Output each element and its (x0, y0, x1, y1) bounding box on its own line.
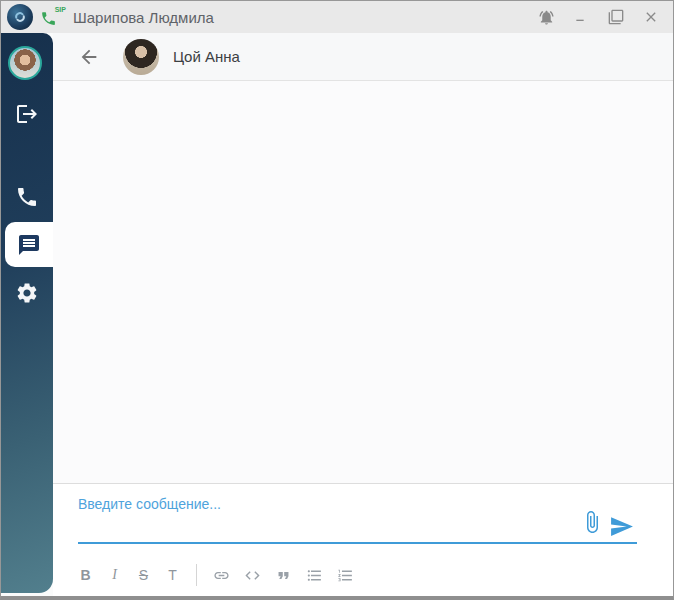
sip-label: SIP (55, 6, 66, 13)
contact-name: Цой Анна (173, 48, 240, 65)
quote-icon[interactable] (275, 565, 292, 585)
content-area: Цой Анна Введите сообщение... B I S T (1, 33, 673, 596)
app-logo-icon (7, 4, 33, 30)
chat-panel: Цой Анна Введите сообщение... B I S T (53, 33, 673, 596)
composer: Введите сообщение... B I S T (53, 483, 673, 596)
phone-icon[interactable] (15, 185, 39, 209)
sidebar-item-chats[interactable] (5, 222, 53, 267)
message-list[interactable] (53, 81, 673, 483)
strikethrough-button[interactable]: S (136, 565, 151, 585)
bold-button[interactable]: B (78, 565, 93, 585)
code-icon[interactable] (244, 565, 261, 585)
message-input[interactable]: Введите сообщение... (78, 496, 221, 512)
sidebar (1, 33, 53, 593)
window-title: Шарипова Людмила (73, 9, 214, 26)
user-avatar[interactable] (8, 46, 42, 80)
close-button[interactable] (637, 4, 665, 30)
numbered-list-icon[interactable] (337, 565, 354, 585)
gear-icon[interactable] (15, 281, 39, 305)
app-window: SIP Шарипова Людмила (0, 0, 674, 600)
maximize-button[interactable] (602, 4, 630, 30)
bell-icon[interactable] (532, 4, 560, 30)
titlebar: SIP Шарипова Людмила (1, 1, 673, 33)
text-format-button[interactable]: T (165, 565, 180, 585)
link-icon[interactable] (213, 565, 230, 585)
back-arrow-icon[interactable] (77, 45, 101, 69)
toolbar-divider (196, 564, 197, 586)
contact-avatar[interactable] (123, 39, 159, 75)
bullet-list-icon[interactable] (306, 565, 323, 585)
sip-phone-icon: SIP (40, 5, 66, 29)
formatting-toolbar: B I S T (78, 564, 354, 586)
paperclip-icon[interactable] (580, 510, 606, 536)
logout-icon[interactable] (15, 102, 39, 126)
minimize-button[interactable] (567, 4, 595, 30)
italic-button[interactable]: I (107, 565, 122, 585)
send-icon[interactable] (609, 514, 635, 540)
chat-header: Цой Анна (53, 33, 673, 81)
chat-bubble-icon (17, 233, 41, 257)
input-underline (78, 542, 637, 544)
